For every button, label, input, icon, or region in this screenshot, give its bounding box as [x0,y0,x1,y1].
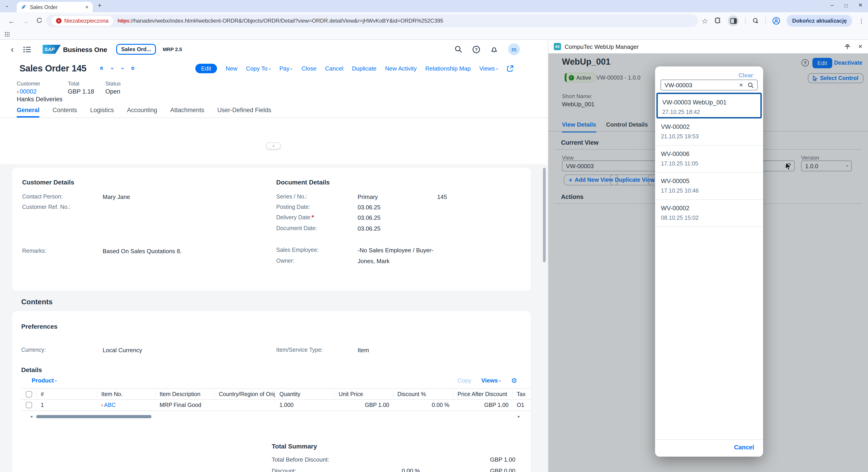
window-minimize-icon[interactable]: ─ [831,3,834,8]
new-tab-button[interactable]: + [98,1,102,9]
vertical-scrollbar-thumb[interactable] [543,168,546,262]
clear-button[interactable]: Clear [739,72,753,79]
new-activity-button[interactable]: New Activity [385,65,416,72]
scroll-right-icon[interactable]: ▸ [518,414,520,419]
pay-button[interactable]: Pay› [279,65,293,72]
close-button[interactable]: Close [302,65,317,72]
address-bar[interactable]: ✕ Niezabezpieczona https://hanadev/webx/… [46,14,698,27]
col-tax[interactable]: Tax [513,390,531,398]
scrollbar-thumb[interactable] [36,415,151,418]
preferences-title: Preferences [21,323,57,330]
lens-capture-icon[interactable] [752,17,759,24]
duplicate-view-button[interactable]: Duplicate View [610,175,659,185]
share-icon[interactable] [507,65,514,72]
edit-button[interactable]: Edit [195,64,217,73]
clear-search-icon[interactable]: ✕ [739,82,743,88]
tab-control-details[interactable]: Control Details [606,121,648,132]
next-record-icon[interactable]: › [119,67,126,69]
tab-general[interactable]: General [17,107,39,118]
webup-side-panel: AE CompuTec WebUp Manager ✕ WebUp_001 ✓ … [548,40,868,472]
view-option[interactable]: WV-00002 08.10.25 15:02 [655,200,763,227]
browser-tab[interactable]: Sales Order ✕ [17,2,93,12]
panel-close-icon[interactable]: ✕ [858,43,863,50]
tab-attachments[interactable]: Attachments [170,107,204,118]
view-option[interactable]: WV-00005 17.10.25 10:46 [655,173,763,200]
reload-icon[interactable] [36,17,42,25]
open-tab-chip[interactable]: Sales Ord... [116,44,156,55]
tab-close-icon[interactable]: ✕ [85,5,89,9]
help-icon[interactable]: ? [472,45,480,53]
deactivate-button[interactable]: Deactivate [834,60,862,66]
col-item-no[interactable]: Item No. [97,390,156,398]
view-option[interactable]: WV-00006 17.10.25 11:05 [655,146,763,173]
row-checkbox[interactable] [26,402,32,408]
new-button[interactable]: New [225,65,237,72]
item-link[interactable]: ABC [104,402,116,408]
relationship-map-button[interactable]: Relationship Map [426,65,471,72]
forward-icon[interactable]: → [22,17,29,25]
shell-menu-icon[interactable] [24,46,31,52]
dropdown-cancel-button[interactable]: Cancel [734,444,754,451]
search-icon[interactable] [455,46,462,53]
col-num[interactable]: # [37,390,97,398]
bookmark-star-icon[interactable]: ☆ [702,17,708,25]
views-button[interactable]: Views› [479,65,498,72]
table-views-button[interactable]: Views› [481,377,501,384]
mrp-badge[interactable]: MRP 2.5 [163,46,182,52]
copy-button[interactable]: Copy [458,377,471,384]
apps-grid-icon[interactable] [4,32,10,37]
col-unit-price[interactable]: Unit Price [335,390,393,398]
panel-edit-button[interactable]: Edit [812,58,832,68]
tab-contents[interactable]: Contents [53,107,77,118]
previous-record-icon[interactable]: › [110,67,116,69]
scroll-left-icon[interactable]: ◂ [30,414,32,419]
general-card: Customer Details Contact Person: Mary Ja… [12,168,531,291]
select-all-checkbox[interactable] [26,391,32,397]
view-option-selected[interactable]: VW-00003 WebUp_001 27.10.25 18:42 [656,93,762,119]
search-input[interactable] [664,82,739,88]
product-menu-button[interactable]: Product› [32,377,57,384]
copy-to-button[interactable]: Copy To› [246,65,271,72]
view-option[interactable]: VW-00002 21.10.25 19:53 [655,119,763,146]
shell-back-icon[interactable]: ‹ [11,45,14,54]
select-control-button[interactable]: Select Control [808,73,864,83]
first-record-icon[interactable]: « [98,66,106,70]
notifications-bell-icon[interactable] [491,45,498,53]
col-price-after-discount[interactable]: Price After Discount [454,390,513,398]
tab-search-icon[interactable]: › [4,3,10,9]
user-avatar[interactable]: m [508,43,520,55]
security-chip[interactable]: ✕ Niezabezpieczona [52,16,113,26]
tab-accounting[interactable]: Accounting [127,107,157,118]
tab-view-details[interactable]: View Details [562,121,596,132]
dropdown-search-field[interactable]: ✕ [660,80,758,90]
version-select[interactable]: 1.0.0 ‹ [801,160,852,171]
window-maximize-icon[interactable]: □ [844,2,847,8]
tab-logistics[interactable]: Logistics [90,107,114,118]
last-record-icon[interactable]: » [129,66,137,70]
customer-link[interactable]: 00002 [20,88,37,95]
col-country[interactable]: Country/Region of Origin [215,390,275,398]
chrome-update-button[interactable]: Dokończ aktualizację [787,15,852,27]
dropdown-search-icon[interactable] [748,82,754,88]
chrome-menu-icon[interactable]: ⋮ [859,18,864,24]
customer-ref-label: Customer Ref. No.: [22,204,70,210]
col-item-description[interactable]: Item Description [156,390,215,398]
col-discount[interactable]: Discount % [393,390,454,398]
side-panel-icon[interactable] [728,15,739,26]
table-settings-gear-icon[interactable]: ⚙ [511,377,517,384]
extensions-icon[interactable] [715,17,722,24]
window-close-icon[interactable]: ✕ [859,2,863,8]
pin-icon[interactable] [844,43,850,50]
duplicate-button[interactable]: Duplicate [352,65,376,72]
profile-icon[interactable] [772,17,780,25]
col-quantity[interactable]: Quantity [275,390,335,398]
table-row[interactable]: 1 ›ABC MRP Final Good 1.000 GBP 1.00 0.0… [21,400,531,411]
cancel-button[interactable]: Cancel [325,65,343,72]
panel-help-icon[interactable]: ? [802,59,809,66]
collapse-header-button[interactable]: ‹ [266,143,281,149]
cell-unit-price: GBP 1.00 [335,402,393,408]
add-new-view-button[interactable]: +Add New View [564,175,618,185]
back-icon[interactable]: ← [8,17,15,25]
horizontal-scrollbar[interactable]: ◂ ▸ [30,414,520,419]
tab-user-defined-fields[interactable]: User-Defined Fields [217,107,271,118]
